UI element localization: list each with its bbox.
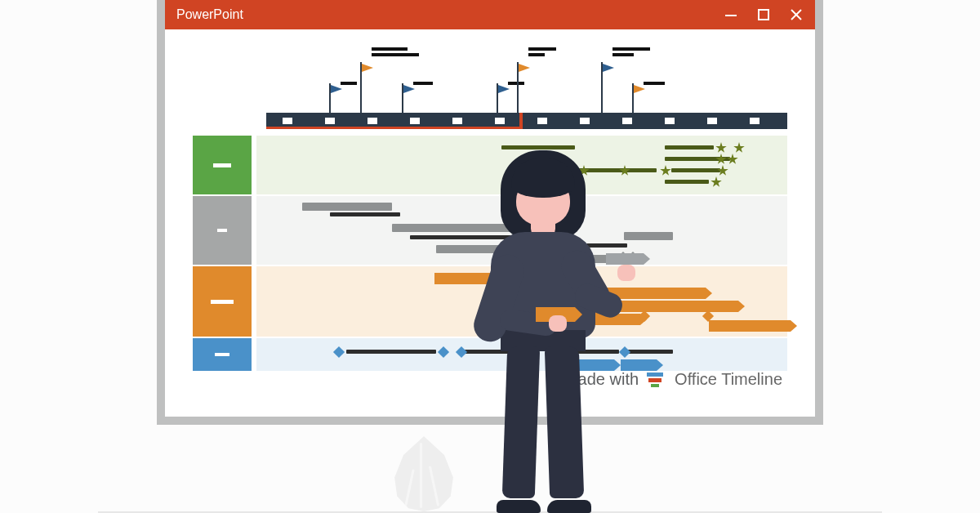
swimlane-blue-header xyxy=(193,338,252,371)
task-arrow xyxy=(709,320,791,332)
task-bar xyxy=(346,350,436,354)
milestone-star xyxy=(710,176,722,188)
task-bar xyxy=(302,203,392,211)
milestone-star xyxy=(715,142,727,154)
milestone-star xyxy=(660,165,671,176)
swimlane-green-header xyxy=(193,136,252,194)
task-bar xyxy=(665,145,714,149)
swimlane-gray-header xyxy=(193,196,252,265)
titlebar: PowerPoint xyxy=(165,0,815,29)
presenter-illustration xyxy=(446,105,626,513)
task-bar xyxy=(665,180,709,184)
task-bar xyxy=(624,232,673,240)
svg-rect-1 xyxy=(759,10,768,20)
milestone-diamond xyxy=(333,346,345,358)
task-bar xyxy=(671,168,720,172)
app-title: PowerPoint xyxy=(176,7,724,22)
task-bar xyxy=(330,212,400,216)
window-close-button[interactable] xyxy=(789,7,804,22)
held-task-card-gray xyxy=(606,253,644,265)
attribution-brand: Office Timeline xyxy=(675,370,782,389)
swimlane-orange-header xyxy=(193,266,252,337)
milestone-star xyxy=(733,142,745,154)
office-timeline-icon xyxy=(647,371,666,387)
window-maximize-button[interactable] xyxy=(756,7,771,22)
task-bar xyxy=(627,350,673,354)
task-arrow xyxy=(616,301,738,312)
window-minimize-button[interactable] xyxy=(724,7,738,22)
